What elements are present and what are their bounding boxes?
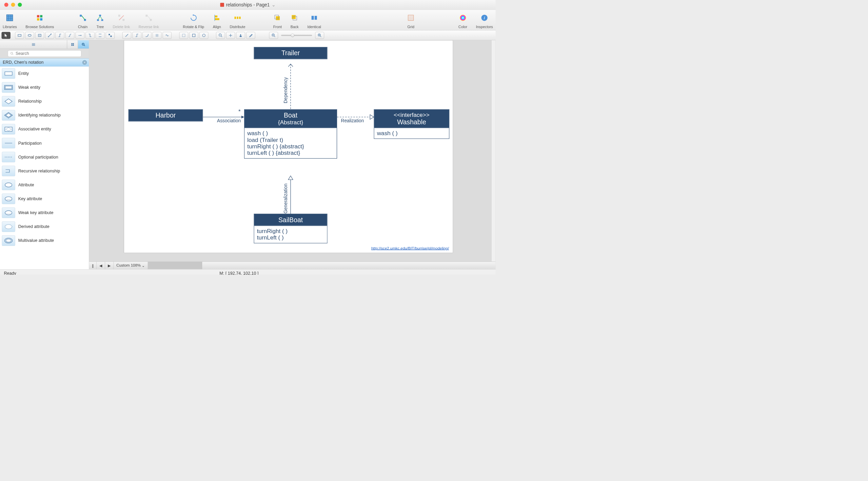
rotate-flip-button[interactable]: Rotate & Flip xyxy=(183,11,204,29)
minimize-icon[interactable] xyxy=(11,3,15,7)
ellipse-tool[interactable] xyxy=(25,32,34,39)
zoom-slider-knob[interactable] xyxy=(291,34,294,37)
libraries-button[interactable]: Libraries xyxy=(3,11,17,29)
svg-point-89 xyxy=(5,183,12,187)
line-tool-3[interactable] xyxy=(142,32,151,39)
horizontal-scrollbar[interactable] xyxy=(148,262,202,269)
svg-rect-31 xyxy=(292,15,296,19)
palette-item[interactable]: Key attribute xyxy=(0,192,89,206)
edit-tool-1[interactable] xyxy=(179,32,188,39)
inspectors-button[interactable]: iInspectors xyxy=(476,11,493,29)
sidebar-grid-view[interactable] xyxy=(67,40,78,49)
uml-class-harbor[interactable]: Harbor xyxy=(129,109,203,122)
zoom-level[interactable]: Custom 108% ⌄ xyxy=(114,262,148,269)
multivalue-attribute-icon xyxy=(2,235,15,246)
svg-rect-24 xyxy=(215,18,219,20)
zoom-tool[interactable] xyxy=(216,32,225,39)
diagram-page[interactable]: Association * Dependency Realization Gen… xyxy=(124,40,453,253)
canvas[interactable]: Association * Dependency Realization Gen… xyxy=(89,40,496,262)
pan-tool[interactable] xyxy=(226,32,235,39)
rect-tool[interactable] xyxy=(15,32,24,39)
line-tool-4[interactable] xyxy=(153,32,161,39)
sidebar-tree-view[interactable] xyxy=(0,40,67,49)
svg-line-11 xyxy=(82,16,85,20)
palette-item[interactable]: Optional participation xyxy=(0,150,89,164)
svg-line-60 xyxy=(221,36,222,37)
svg-rect-76 xyxy=(73,45,74,46)
svg-point-96 xyxy=(6,239,11,242)
svg-rect-75 xyxy=(71,45,72,46)
page-pause-icon[interactable]: ‖ xyxy=(89,262,97,269)
uml-class-trailer[interactable]: Trailer xyxy=(254,47,328,59)
connector-tool-3[interactable] xyxy=(65,32,74,39)
text-tool[interactable] xyxy=(35,32,44,39)
palette-item[interactable]: Participation xyxy=(0,136,89,150)
palette-item[interactable]: Entity xyxy=(0,66,89,80)
participation-icon xyxy=(2,138,15,148)
main-toolbar: Libraries Browse Solutions Chain Tree De… xyxy=(0,10,496,31)
connector-tool-6[interactable] xyxy=(96,32,104,39)
palette-item[interactable]: Attribute xyxy=(0,178,89,192)
edit-tool-2[interactable] xyxy=(189,32,198,39)
svg-rect-33 xyxy=(312,16,314,20)
entity-icon xyxy=(2,68,15,79)
palette-item[interactable]: Weak entity xyxy=(0,81,89,95)
vertical-scrollbar[interactable] xyxy=(491,40,496,262)
zoom-out-button[interactable] xyxy=(269,32,278,39)
grid-button[interactable]: Grid xyxy=(407,11,415,29)
palette-item[interactable]: Weak key attribute xyxy=(0,206,89,220)
uml-class-modifier: {Abstract} xyxy=(246,119,335,126)
uml-class-header: <<interface>> Washable xyxy=(374,110,449,128)
connector-tool-2[interactable] xyxy=(55,32,64,39)
svg-rect-5 xyxy=(37,15,39,18)
close-section-icon[interactable]: × xyxy=(82,60,87,65)
zoom-slider[interactable] xyxy=(281,35,312,36)
chain-button[interactable]: Chain xyxy=(78,11,87,29)
page-next-icon[interactable]: ▶ xyxy=(105,262,114,269)
edit-tool-3[interactable] xyxy=(199,32,208,39)
svg-rect-85 xyxy=(5,127,12,131)
sidebar-search-view[interactable] xyxy=(78,40,89,49)
palette-item[interactable]: Relationship xyxy=(0,95,89,108)
uml-class-sailboat[interactable]: SailBoat turnRight ( ) turnLeft ( ) xyxy=(254,214,328,243)
line-tool-2[interactable] xyxy=(133,32,141,39)
pointer-tool[interactable] xyxy=(2,32,11,39)
canvas-bottom-bar: ‖ ◀ ▶ Custom 108% ⌄ xyxy=(89,262,496,269)
front-button[interactable]: Front xyxy=(273,11,282,29)
browse-solutions-button[interactable]: Browse Solutions xyxy=(25,11,54,29)
stamp-tool[interactable] xyxy=(236,32,245,39)
uml-class-boat[interactable]: Boat {Abstract} wash ( ) load (Trailer t… xyxy=(244,109,337,159)
palette-item[interactable]: Associative entity xyxy=(0,122,89,136)
zoom-in-button[interactable] xyxy=(315,32,324,39)
eyedropper-tool[interactable] xyxy=(246,32,255,39)
svg-rect-0 xyxy=(7,15,13,21)
tree-button[interactable]: Tree xyxy=(96,11,104,29)
search-input[interactable] xyxy=(8,50,81,57)
line-tool-5[interactable] xyxy=(163,32,172,39)
window-title[interactable]: relationships - Page1 ⌄ xyxy=(220,2,275,7)
source-link[interactable]: http://sce2.umkc.edu/BIT/burrise/pl/mode… xyxy=(371,246,449,250)
distribute-button[interactable]: Distribute xyxy=(230,11,245,29)
connector-tool-1[interactable] xyxy=(45,32,54,39)
sidebar-section-header[interactable]: ERD, Chen's notation × xyxy=(0,58,89,66)
palette-item[interactable]: Identifying relationship xyxy=(0,108,89,122)
attribute-icon xyxy=(2,180,15,190)
page-prev-icon[interactable]: ◀ xyxy=(97,262,105,269)
svg-rect-35 xyxy=(408,15,414,21)
identical-button[interactable]: Identical xyxy=(307,11,321,29)
back-button[interactable]: Back xyxy=(291,11,299,29)
close-icon[interactable] xyxy=(4,3,8,7)
palette-item[interactable]: Multivalue attribute xyxy=(0,234,89,248)
line-tool-1[interactable] xyxy=(122,32,131,39)
align-button[interactable]: Align xyxy=(213,11,221,29)
uml-class-name: Harbor xyxy=(129,110,203,121)
color-button[interactable]: Color xyxy=(458,11,467,29)
zoom-icon[interactable] xyxy=(18,3,22,7)
connector-tool-7[interactable] xyxy=(106,32,115,39)
uml-interface-washable[interactable]: <<interface>> Washable wash ( ) xyxy=(374,109,450,139)
palette-item[interactable]: Derived attribute xyxy=(0,220,89,234)
connector-tool-5[interactable] xyxy=(85,32,94,39)
svg-line-78 xyxy=(84,45,85,46)
connector-tool-4[interactable] xyxy=(76,32,84,39)
palette-item[interactable]: Recursive relationship xyxy=(0,164,89,178)
